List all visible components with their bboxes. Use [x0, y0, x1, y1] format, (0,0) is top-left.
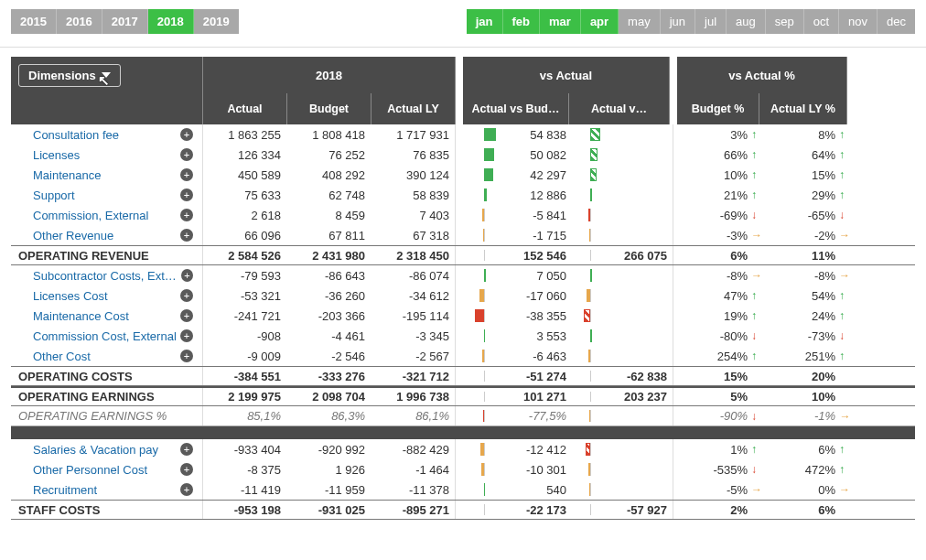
- dimensions-button[interactable]: Dimensions ↖: [18, 64, 121, 87]
- table-row: Commission, External+2 6188 4597 403-5 8…: [11, 205, 915, 225]
- row-label[interactable]: Consultation fee: [33, 128, 119, 142]
- row-label[interactable]: Other Cost: [33, 350, 91, 363]
- budget-value: -333 276: [287, 367, 371, 385]
- header-col-avb[interactable]: Actual vs Bud…: [463, 93, 569, 124]
- vs-ly-value: 266 075: [608, 246, 673, 264]
- expand-icon[interactable]: +: [180, 463, 193, 476]
- table-row: STAFF COSTS-953 198-931 025-895 271-22 1…: [11, 500, 915, 520]
- pct-value: 0%: [767, 479, 855, 500]
- month-pill-oct[interactable]: oct: [804, 9, 839, 34]
- row-label[interactable]: Salaries & Vacation pay: [33, 443, 158, 457]
- row-label: OPERATING COSTS: [18, 370, 133, 383]
- actual-value: -953 198: [203, 501, 287, 519]
- pct-value: 64%: [767, 145, 855, 165]
- actual-ly-value: 1 717 931: [371, 124, 456, 145]
- header-col-budget-pct[interactable]: Budget %: [677, 93, 759, 124]
- vs-budget-value: -22 173: [501, 501, 573, 519]
- variance-bar: [467, 124, 501, 145]
- budget-value: 408 292: [287, 165, 371, 185]
- expand-icon[interactable]: +: [180, 309, 193, 322]
- row-label-cell: Salaries & Vacation pay+: [11, 439, 203, 459]
- pct-value: -3%: [684, 225, 767, 245]
- variance-bar: [573, 346, 608, 366]
- row-label[interactable]: Other Revenue: [33, 229, 113, 242]
- actual-ly-value: -2 567: [371, 346, 456, 366]
- table-row: Maintenance Cost+-241 721-203 366-195 11…: [11, 306, 915, 326]
- year-pill-2019[interactable]: 2019: [194, 9, 239, 34]
- row-label[interactable]: Other Personnel Cost: [33, 463, 147, 477]
- actual-ly-value: -195 114: [371, 306, 456, 326]
- month-pill-mar[interactable]: mar: [540, 9, 581, 34]
- expand-icon[interactable]: +: [180, 229, 193, 242]
- row-label[interactable]: Licenses: [33, 148, 80, 162]
- budget-value: 62 748: [287, 185, 371, 205]
- row-label[interactable]: Licenses Cost: [33, 289, 108, 303]
- actual-value: 85,1%: [203, 406, 287, 425]
- row-label[interactable]: Recruitment: [33, 483, 97, 497]
- row-label[interactable]: Support: [33, 188, 75, 202]
- month-pill-jan[interactable]: jan: [467, 9, 503, 34]
- expand-icon[interactable]: +: [180, 483, 193, 496]
- vs-budget-value: 54 838: [501, 124, 573, 145]
- row-label[interactable]: Commission, External: [33, 209, 148, 222]
- month-pill-sep[interactable]: sep: [766, 9, 804, 34]
- variance-bar: [467, 367, 501, 385]
- month-pill-may[interactable]: may: [619, 9, 661, 34]
- row-label-cell: OPERATING EARNINGS: [11, 388, 203, 405]
- expand-icon[interactable]: +: [180, 188, 193, 201]
- pct-value: 47%: [684, 285, 767, 306]
- table-row: OPERATING EARNINGS %85,1%86,3%86,1%-77,5…: [11, 406, 915, 426]
- pct-value: -69%: [684, 205, 767, 225]
- actual-ly-value: -1 464: [371, 459, 456, 479]
- header-col-actual-ly-pct[interactable]: Actual LY %: [759, 93, 847, 124]
- expand-icon[interactable]: +: [180, 209, 193, 221]
- month-pill-jun[interactable]: jun: [661, 9, 695, 34]
- actual-value: 2 618: [203, 205, 287, 225]
- year-pill-2016[interactable]: 2016: [57, 9, 102, 34]
- row-label-cell: Other Revenue+: [11, 225, 203, 245]
- variance-bar: [467, 145, 501, 165]
- expand-icon[interactable]: +: [181, 269, 193, 282]
- expand-icon[interactable]: +: [180, 128, 193, 141]
- variance-bar: [573, 388, 608, 405]
- vs-budget-value: -12 412: [501, 439, 573, 459]
- budget-value: -920 992: [287, 439, 371, 459]
- row-label[interactable]: Commission Cost, External: [33, 329, 177, 343]
- expand-icon[interactable]: +: [180, 148, 193, 161]
- month-pill-dec[interactable]: dec: [878, 9, 915, 34]
- budget-value: 86,3%: [287, 406, 371, 425]
- vs-budget-value: 50 082: [501, 145, 573, 165]
- budget-value: -2 546: [287, 346, 371, 366]
- actual-value: 450 589: [203, 165, 287, 185]
- vs-budget-value: 3 553: [501, 326, 573, 346]
- year-pill-2018[interactable]: 2018: [148, 9, 194, 34]
- trend-down-icon: [751, 209, 760, 221]
- pct-value: 8%: [767, 124, 855, 145]
- month-pill-aug[interactable]: aug: [727, 9, 766, 34]
- vs-ly-value: [608, 346, 673, 366]
- year-pill-2015[interactable]: 2015: [11, 9, 57, 34]
- header-col-avl[interactable]: Actual v…: [569, 93, 670, 124]
- row-label[interactable]: Maintenance Cost: [33, 309, 129, 323]
- header-col-actual-ly[interactable]: Actual LY: [371, 93, 456, 124]
- month-pill-jul[interactable]: jul: [695, 9, 727, 34]
- table-row: Subcontractor Costs, External+-79 593-86…: [11, 265, 915, 285]
- row-label[interactable]: Maintenance: [33, 168, 101, 182]
- row-label[interactable]: Subcontractor Costs, External: [33, 269, 181, 283]
- expand-icon[interactable]: +: [180, 443, 193, 456]
- variance-bar: [573, 124, 608, 145]
- expand-icon[interactable]: +: [180, 350, 193, 362]
- trend-flat-icon: [839, 269, 848, 282]
- expand-icon[interactable]: +: [180, 168, 193, 181]
- month-pill-apr[interactable]: apr: [581, 9, 619, 34]
- header-col-budget[interactable]: Budget: [287, 93, 371, 124]
- month-pill-nov[interactable]: nov: [839, 9, 878, 34]
- expand-icon[interactable]: +: [180, 289, 193, 302]
- actual-ly-value: 67 318: [371, 225, 456, 245]
- month-pill-feb[interactable]: feb: [503, 9, 541, 34]
- expand-icon[interactable]: +: [180, 329, 193, 342]
- year-pill-2017[interactable]: 2017: [102, 9, 148, 34]
- header-col-actual[interactable]: Actual: [203, 93, 287, 124]
- row-label-cell: Commission, External+: [11, 205, 203, 225]
- actual-ly-value: 7 403: [371, 205, 456, 225]
